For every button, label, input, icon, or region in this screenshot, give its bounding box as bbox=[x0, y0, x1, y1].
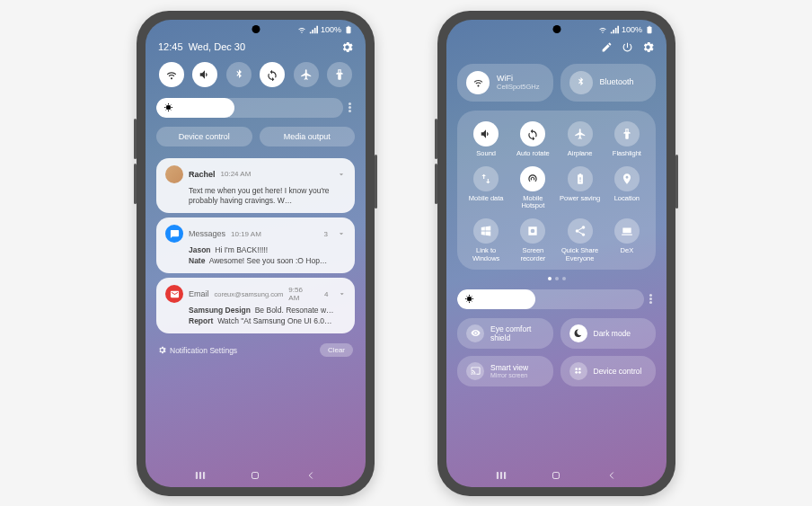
signal-icon bbox=[610, 25, 619, 34]
brightness-more-icon[interactable] bbox=[649, 297, 652, 300]
settings-icon[interactable] bbox=[341, 41, 353, 53]
wifi-tile[interactable]: WiFiCellSpot5GHz bbox=[457, 64, 553, 102]
power-icon[interactable] bbox=[622, 41, 633, 53]
bluetooth-toggle[interactable] bbox=[226, 62, 252, 87]
wifi-toggle[interactable] bbox=[159, 62, 184, 87]
camera-cutout bbox=[252, 25, 260, 33]
brightness-more-icon[interactable] bbox=[349, 106, 351, 109]
phone-right: 100% WiFiCellSpot5GHz Bluetooth Sound Au… bbox=[437, 11, 675, 496]
svg-rect-7 bbox=[553, 472, 560, 478]
svg-rect-6 bbox=[252, 472, 259, 478]
wifi-icon bbox=[297, 25, 306, 34]
nav-bar bbox=[146, 469, 366, 482]
airplane-toggle[interactable] bbox=[294, 62, 319, 87]
recents-button[interactable] bbox=[194, 469, 207, 482]
airplane-tile[interactable]: Airplane bbox=[559, 121, 602, 157]
flashlight-toggle[interactable] bbox=[327, 62, 352, 87]
device-control-tile[interactable]: Device control bbox=[560, 356, 657, 386]
moon-icon bbox=[569, 324, 587, 342]
recents-button[interactable] bbox=[495, 469, 508, 482]
dark-mode-tile[interactable]: Dark mode bbox=[560, 318, 657, 349]
bluetooth-icon bbox=[569, 71, 593, 94]
sun-icon bbox=[464, 294, 474, 304]
avatar-rachel bbox=[165, 165, 183, 183]
battery-icon bbox=[645, 25, 654, 34]
location-tile[interactable]: Location bbox=[605, 166, 649, 210]
bluetooth-tile[interactable]: Bluetooth bbox=[560, 64, 657, 102]
datetime: 12:45 Wed, Dec 30 bbox=[158, 41, 245, 52]
chevron-down-icon[interactable] bbox=[337, 170, 346, 179]
rotate-toggle[interactable] bbox=[260, 62, 285, 87]
notification-rachel[interactable]: Rachel 10:24 AM Text me when you get her… bbox=[156, 158, 355, 214]
back-button[interactable] bbox=[605, 469, 618, 482]
smart-view-tile[interactable]: Smart viewMirror screen bbox=[457, 356, 553, 386]
notification-settings-link[interactable]: Notification Settings bbox=[158, 346, 237, 355]
home-button[interactable] bbox=[249, 469, 261, 482]
quick-share-tile[interactable]: Quick Share Everyone bbox=[559, 218, 602, 262]
signal-icon bbox=[309, 25, 318, 34]
device-control-pill[interactable]: Device control bbox=[156, 127, 252, 146]
chevron-down-icon[interactable] bbox=[338, 289, 346, 298]
cast-icon bbox=[466, 362, 484, 380]
mobile-data-tile[interactable]: Mobile data bbox=[464, 166, 508, 210]
edit-icon[interactable] bbox=[601, 41, 613, 53]
dex-tile[interactable]: DeX bbox=[605, 218, 649, 262]
grid-icon bbox=[569, 362, 587, 380]
link-windows-tile[interactable]: Link to Windows bbox=[464, 218, 508, 262]
battery-percent: 100% bbox=[321, 25, 341, 34]
home-button[interactable] bbox=[550, 469, 562, 482]
battery-percent: 100% bbox=[622, 25, 642, 34]
eye-icon bbox=[466, 324, 484, 342]
battery-icon bbox=[344, 25, 353, 34]
rotate-tile[interactable]: Auto rotate bbox=[511, 121, 554, 157]
brightness-slider[interactable] bbox=[156, 98, 355, 118]
chevron-down-icon[interactable] bbox=[337, 229, 346, 238]
camera-cutout bbox=[552, 25, 560, 33]
clear-button[interactable]: Clear bbox=[320, 343, 353, 357]
notification-email[interactable]: Email coreux@samsung.com 9:56 AM 4 Samsu… bbox=[156, 278, 355, 333]
settings-icon[interactable] bbox=[642, 41, 654, 53]
back-button[interactable] bbox=[304, 469, 317, 482]
notification-messages[interactable]: Messages 10:19 AM 3 Jason Hi I'm BACK!!!… bbox=[156, 217, 355, 273]
sound-tile[interactable]: Sound bbox=[464, 121, 508, 157]
phone-left: 100% 12:45 Wed, Dec 30 Device control M bbox=[137, 11, 375, 496]
wifi-icon bbox=[466, 71, 490, 94]
wifi-icon bbox=[598, 25, 607, 34]
sun-icon bbox=[163, 102, 173, 112]
hotspot-tile[interactable]: Mobile Hotspot bbox=[511, 166, 554, 210]
quick-settings-grid: Sound Auto rotate Airplane Flashlight Mo… bbox=[457, 111, 656, 270]
email-icon bbox=[165, 285, 183, 303]
sound-toggle[interactable] bbox=[192, 62, 217, 87]
flashlight-tile[interactable]: Flashlight bbox=[605, 121, 649, 157]
messages-icon bbox=[165, 225, 183, 243]
brightness-slider[interactable] bbox=[457, 289, 656, 309]
power-saving-tile[interactable]: Power saving bbox=[559, 166, 602, 210]
media-output-pill[interactable]: Media output bbox=[260, 127, 356, 146]
screen-recorder-tile[interactable]: Screen recorder bbox=[511, 218, 554, 262]
eye-comfort-tile[interactable]: Eye comfort shield bbox=[457, 318, 553, 349]
quick-toggles bbox=[146, 60, 366, 93]
gear-icon bbox=[158, 346, 166, 354]
page-indicator[interactable] bbox=[446, 273, 666, 284]
nav-bar bbox=[446, 469, 666, 482]
